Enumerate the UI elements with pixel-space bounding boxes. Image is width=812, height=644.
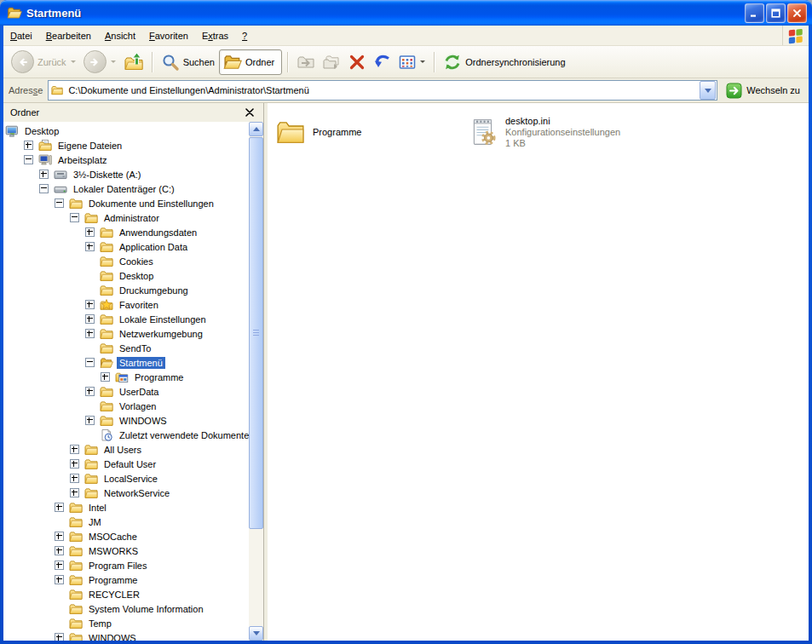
forward-dropdown[interactable] — [111, 60, 116, 66]
title-bar[interactable]: Startmenü — [0, 0, 812, 26]
tree-item[interactable]: 3½-Diskette (A:) — [3, 167, 249, 181]
tree-item[interactable]: All Users — [3, 442, 249, 457]
tree-item[interactable]: Dokumente und Einstellungen — [3, 196, 249, 210]
content-pane[interactable]: Programmedesktop.iniKonfigurationseinste… — [268, 103, 809, 641]
minimize-button[interactable] — [745, 3, 764, 23]
tree-item[interactable]: Favoriten — [3, 297, 249, 312]
tree-item[interactable]: Arbeitsplatz — [3, 152, 249, 167]
menu-item-hilfe[interactable]: ? — [235, 27, 254, 44]
back-dropdown[interactable] — [71, 60, 76, 66]
close-folder-pane-button[interactable] — [243, 106, 256, 119]
expand-toggle-minus[interactable] — [24, 155, 33, 164]
copy-to-button[interactable] — [320, 51, 343, 73]
delete-button[interactable] — [345, 51, 369, 73]
expand-toggle-plus[interactable] — [55, 503, 64, 512]
tree-item[interactable]: Program Files — [3, 558, 249, 572]
tree-item[interactable]: Administrator — [3, 210, 249, 225]
expand-toggle-plus[interactable] — [85, 242, 95, 251]
expand-toggle-plus[interactable] — [101, 372, 110, 382]
expand-toggle-minus[interactable] — [85, 358, 95, 367]
file-tile[interactable]: Programme — [273, 112, 462, 152]
expand-toggle-minus[interactable] — [55, 198, 64, 208]
tree-item-label: NetworkService — [101, 487, 172, 499]
tree-item[interactable]: Startmenü — [3, 355, 249, 370]
expand-toggle-plus[interactable] — [55, 546, 64, 555]
search-button[interactable]: Suchen — [158, 51, 217, 73]
tree-item[interactable]: WINDOWS — [3, 630, 249, 641]
tree-item[interactable]: WINDOWS — [3, 413, 249, 428]
move-to-button[interactable] — [294, 51, 318, 73]
tree-item[interactable]: Desktop — [3, 124, 249, 138]
tree-item[interactable]: Netzwerkumgebung — [3, 326, 249, 341]
menu-item-ansicht[interactable]: Ansicht — [98, 27, 142, 44]
expand-toggle-minus[interactable] — [39, 184, 49, 193]
tree-item[interactable]: Application Data — [3, 239, 249, 254]
tree-item[interactable]: Cookies — [3, 254, 249, 268]
address-dropdown-button[interactable] — [700, 81, 716, 100]
expand-toggle-plus[interactable] — [85, 227, 95, 237]
tree-item[interactable]: Zuletzt verwendete Dokumente — [3, 428, 249, 442]
folders-button[interactable]: Ordner — [219, 49, 282, 75]
tree-item[interactable]: Vorlagen — [3, 399, 249, 413]
expand-toggle-plus[interactable] — [85, 314, 95, 324]
tree-item[interactable]: NetworkService — [3, 486, 249, 500]
tree-item[interactable]: Druckumgebung — [3, 283, 249, 297]
expand-toggle-plus[interactable] — [70, 445, 79, 454]
tree-item[interactable]: Desktop — [3, 268, 249, 283]
folder-pane-title: Ordner — [10, 107, 243, 118]
copy-to-icon — [322, 53, 341, 72]
back-button[interactable]: Zurück — [9, 49, 79, 75]
views-dropdown[interactable] — [420, 60, 425, 66]
forward-button[interactable] — [81, 49, 119, 75]
tree-item[interactable]: Lokaler Datenträger (C:) — [3, 181, 249, 196]
tree-item[interactable]: MSOCache — [3, 529, 249, 543]
tree-item[interactable]: MSWORKS — [3, 543, 249, 558]
scroll-thumb[interactable] — [249, 137, 263, 529]
expand-toggle-plus[interactable] — [85, 300, 95, 309]
up-button[interactable] — [121, 50, 147, 74]
views-button[interactable] — [396, 52, 429, 72]
close-button[interactable] — [787, 3, 807, 23]
tree-item[interactable]: Programme — [3, 572, 249, 587]
expand-toggle-plus[interactable] — [70, 474, 79, 483]
tree-scrollbar[interactable] — [249, 122, 263, 641]
scroll-up-button[interactable] — [249, 122, 263, 136]
tree-item[interactable]: Anwendungsdaten — [3, 225, 249, 239]
expand-toggle-plus[interactable] — [85, 387, 95, 396]
expand-toggle-plus[interactable] — [39, 170, 49, 179]
tree-item[interactable]: RECYCLER — [3, 587, 249, 601]
expand-toggle-plus[interactable] — [85, 416, 95, 425]
tree-item[interactable]: Lokale Einstellungen — [3, 312, 249, 326]
tree-item[interactable]: LocalService — [3, 471, 249, 486]
tree-item[interactable]: Programme — [3, 370, 249, 384]
expand-toggle-plus[interactable] — [55, 633, 64, 641]
expand-toggle-minus[interactable] — [70, 213, 79, 222]
maximize-button[interactable] — [766, 3, 786, 23]
expand-toggle-plus[interactable] — [85, 329, 95, 338]
tree-item[interactable]: Default User — [3, 457, 249, 471]
expand-toggle-plus[interactable] — [70, 459, 79, 469]
tree-item[interactable]: UserData — [3, 384, 249, 399]
expand-toggle-plus[interactable] — [55, 561, 64, 570]
tree-item[interactable]: Intel — [3, 500, 249, 515]
expand-toggle-plus[interactable] — [55, 575, 64, 584]
menu-item-favoriten[interactable]: Favoriten — [142, 27, 195, 44]
expand-toggle-plus[interactable] — [70, 488, 79, 497]
undo-button[interactable] — [371, 51, 394, 73]
menu-item-datei[interactable]: Datei — [3, 27, 39, 44]
menu-item-bearbeiten[interactable]: Bearbeiten — [39, 27, 98, 44]
tree-item[interactable]: JM — [3, 515, 249, 529]
expand-toggle-plus[interactable] — [24, 141, 33, 150]
file-tile[interactable]: desktop.iniKonfigurationseinstellungen1 … — [465, 112, 654, 152]
scroll-down-button[interactable] — [249, 626, 263, 641]
address-field[interactable] — [48, 80, 717, 101]
expand-toggle-plus[interactable] — [55, 532, 64, 541]
folder-sync-button[interactable]: Ordnersynchronisierung — [441, 51, 567, 73]
tree-item[interactable]: SendTo — [3, 341, 249, 355]
address-input[interactable] — [68, 85, 700, 95]
tree-item[interactable]: Eigene Dateien — [3, 138, 249, 152]
go-button[interactable]: Wechseln zu — [723, 81, 803, 101]
tree-item[interactable]: System Volume Information — [3, 601, 249, 616]
menu-item-extras[interactable]: Extras — [195, 27, 235, 44]
tree-item[interactable]: Temp — [3, 616, 249, 630]
